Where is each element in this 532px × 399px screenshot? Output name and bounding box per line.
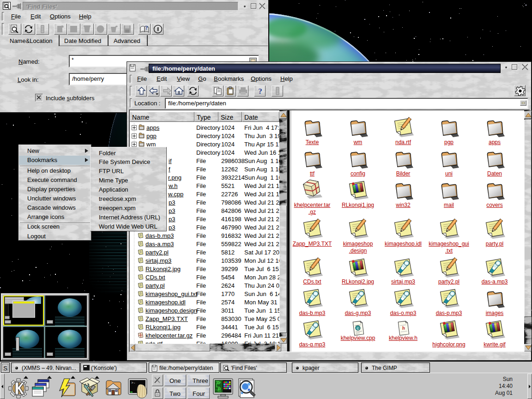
svg-text:>-: >- xyxy=(131,381,136,385)
svg-text:?: ? xyxy=(258,87,262,96)
svg-text:?: ? xyxy=(145,24,148,31)
